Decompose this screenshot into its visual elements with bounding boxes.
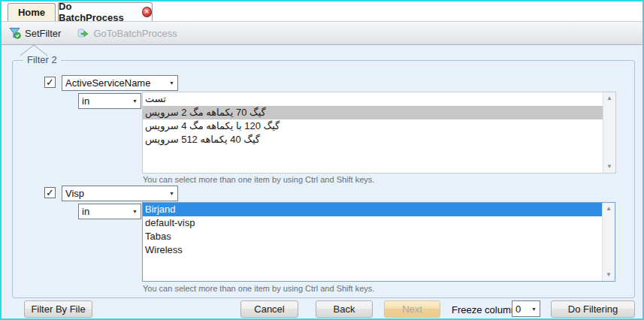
freeze-column-select[interactable]: 0 ▼ (512, 300, 540, 317)
filter2-field-select[interactable]: Visp ▼ (62, 186, 178, 201)
chevron-down-icon: ▼ (169, 80, 174, 86)
callout-notch (20, 44, 48, 56)
scroll-down-icon[interactable]: ▼ (603, 161, 615, 173)
multiselect-hint: You can select more than one item by usi… (143, 284, 374, 293)
filter1-operator-select[interactable]: in ▼ (78, 93, 141, 109)
chevron-down-icon: ▼ (531, 306, 537, 312)
filter-icon (9, 27, 21, 39)
back-button[interactable]: Back (316, 300, 373, 318)
filter1-checkbox[interactable]: ✓ (44, 77, 56, 88)
next-button[interactable]: Next (384, 300, 440, 318)
filter2-field-value: Visp (65, 188, 166, 199)
chevron-down-icon: ▼ (132, 98, 138, 104)
filter-panel: Filter 2 ✓ ActiveServiceName ▼ in ▼ تست‎… (2, 45, 642, 318)
setfilter-label: SetFilter (25, 28, 61, 39)
listbox-items: تست‎سرویس‎ 2‎ مگ‎ یکماهه‎ 70‎ گیگ‎سرویس‎… (143, 92, 603, 173)
chevron-down-icon: ▼ (132, 209, 138, 214)
freeze-column-value: 0 (516, 303, 528, 315)
go-arrow-icon (77, 27, 89, 39)
tab-do-batchprocess[interactable]: Do BatchProcess ✕ (58, 2, 153, 21)
listbox-items: Birjanddefault-vispTabasWireless (143, 203, 602, 281)
scrollbar[interactable]: ▲ ▼ (603, 92, 615, 173)
multiselect-hint: You can select more than one item by usi… (143, 175, 374, 184)
tab-do-batchprocess-label: Do BatchProcess (59, 1, 136, 23)
visp-listbox[interactable]: Birjanddefault-vispTabasWireless ▲ ▼ (142, 202, 615, 282)
setfilter-button[interactable]: SetFilter (9, 27, 61, 39)
list-item[interactable]: Birjand (143, 203, 602, 216)
chevron-down-icon: ▼ (169, 191, 174, 196)
gotobatchprocess-label: GoToBatchProcess (93, 28, 177, 39)
freeze-column-label: Freeze column: (452, 304, 519, 315)
tab-home[interactable]: Home (8, 3, 56, 21)
tab-home-label: Home (18, 7, 45, 18)
list-item[interactable]: Wireless (143, 243, 602, 257)
list-item[interactable]: تست‎ (143, 92, 603, 106)
list-item[interactable]: سرویس‎ 512‎ یکماهه‎ 40‎ گیگ‎ (143, 133, 603, 146)
filter2-operator-value: in (82, 206, 129, 217)
list-item[interactable]: default-visp (143, 216, 602, 230)
filter1-operator-value: in (82, 95, 129, 107)
filter-by-file-button[interactable]: Filter By File (24, 300, 92, 318)
tab-strip: Home Do BatchProcess ✕ (2, 2, 642, 21)
filter1-field-value: ActiveServiceName (65, 77, 166, 89)
service-listbox[interactable]: تست‎سرویس‎ 2‎ مگ‎ یکماهه‎ 70‎ گیگ‎سرویس‎… (142, 92, 616, 174)
filter2-operator-select[interactable]: in ▼ (78, 204, 141, 219)
scroll-up-icon[interactable]: ▲ (603, 203, 615, 215)
list-item[interactable]: Tabas (143, 230, 602, 243)
scroll-up-icon[interactable]: ▲ (603, 92, 615, 104)
filter2-checkbox[interactable]: ✓ (44, 187, 56, 198)
gotobatchprocess-button[interactable]: GoToBatchProcess (77, 27, 177, 39)
list-item[interactable]: سرویس‎ 2‎ مگ‎ یکماهه‎ 70‎ گیگ‎ (143, 106, 603, 119)
scrollbar[interactable]: ▲ ▼ (602, 203, 615, 281)
cancel-button[interactable]: Cancel (240, 300, 298, 318)
toolbar: SetFilter GoToBatchProcess (2, 21, 642, 45)
close-icon[interactable]: ✕ (142, 7, 152, 17)
do-filtering-button[interactable]: Do Filtering (551, 300, 635, 318)
list-item[interactable]: سرویس‎ 4‎ مگ‎ یکماهه‎ با‎ 120‎ گیگ‎ (143, 119, 603, 133)
filter1-field-select[interactable]: ActiveServiceName ▼ (62, 75, 178, 91)
scroll-down-icon[interactable]: ▼ (603, 269, 615, 281)
app-window: Home Do BatchProcess ✕ SetFilter GoToBat… (0, 0, 644, 320)
